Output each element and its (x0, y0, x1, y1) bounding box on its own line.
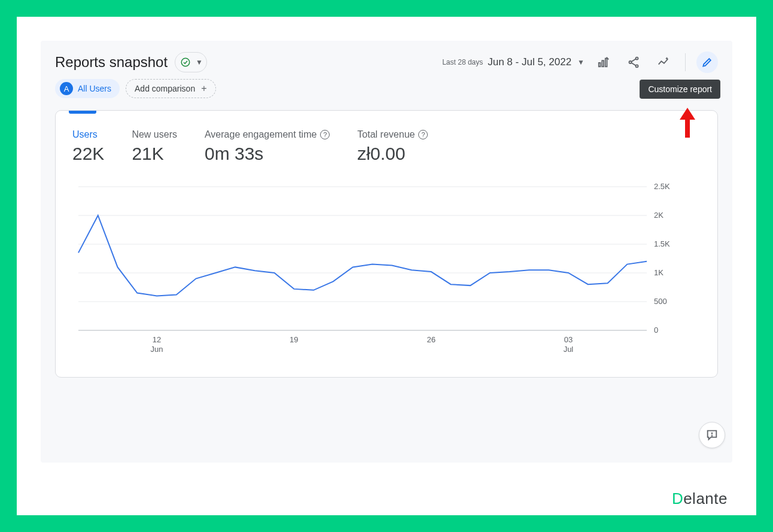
date-range-selector[interactable]: Last 28 days Jun 8 - Jul 5, 2022 ▼ (442, 56, 585, 68)
outer-frame: Reports snapshot ▼ Last 28 days Jun 8 - … (17, 17, 756, 515)
chevron-down-icon: ▼ (577, 58, 585, 66)
svg-text:Jul: Jul (564, 345, 574, 354)
metrics-row: Users22KNew users21KAverage engagement t… (56, 114, 717, 175)
svg-text:1.5K: 1.5K (654, 239, 670, 248)
svg-rect-2 (602, 60, 604, 66)
status-dropdown[interactable]: ▼ (175, 52, 207, 72)
filter-bar: A All Users Add comparison + (41, 79, 732, 110)
metric-label: Users (72, 129, 104, 140)
svg-point-0 (181, 58, 190, 66)
divider (685, 53, 686, 71)
metric-0[interactable]: Users22K (72, 129, 104, 164)
annotation-arrow (678, 108, 696, 140)
segment-chip-all-users[interactable]: A All Users (55, 79, 120, 98)
svg-rect-3 (605, 59, 607, 67)
customize-tooltip: Customize report (640, 80, 720, 99)
metric-value: 21K (132, 144, 177, 164)
svg-text:12: 12 (153, 335, 161, 344)
metric-label: Average engagement time ? (205, 129, 330, 140)
metric-value: 22K (72, 144, 104, 164)
svg-point-6 (635, 65, 638, 67)
svg-point-4 (635, 57, 638, 60)
check-circle-icon (180, 57, 191, 68)
overview-card: Users22KNew users21KAverage engagement t… (55, 110, 718, 378)
help-icon[interactable]: ? (320, 130, 330, 139)
svg-point-5 (629, 61, 631, 63)
svg-text:Jun: Jun (151, 345, 163, 354)
date-range-label: Jun 8 - Jul 5, 2022 (488, 56, 571, 68)
app-window: Reports snapshot ▼ Last 28 days Jun 8 - … (41, 41, 732, 463)
svg-text:2K: 2K (654, 211, 664, 220)
header-actions: Last 28 days Jun 8 - Jul 5, 2022 ▼ (442, 51, 718, 73)
bar-chart-edit-icon (597, 56, 610, 69)
metric-2[interactable]: Average engagement time ?0m 33s (205, 129, 330, 164)
svg-line-7 (631, 59, 635, 62)
svg-text:19: 19 (290, 335, 298, 344)
header-bar: Reports snapshot ▼ Last 28 days Jun 8 - … (41, 41, 732, 79)
metric-value: 0m 33s (205, 144, 330, 164)
share-button[interactable] (623, 51, 644, 73)
date-hint: Last 28 days (442, 58, 483, 66)
page-title: Reports snapshot (55, 54, 168, 71)
chevron-down-icon: ▼ (196, 58, 203, 66)
brand-logo: Delante (672, 490, 728, 508)
chart-container: 05001K1.5K2K2.5K12Jun192603Jul (56, 175, 717, 377)
svg-text:03: 03 (564, 335, 573, 344)
svg-text:26: 26 (427, 335, 435, 344)
help-icon[interactable]: ? (418, 130, 428, 139)
sparkle-line-icon (657, 56, 670, 69)
pencil-icon (701, 56, 713, 68)
line-chart: 05001K1.5K2K2.5K12Jun192603Jul (72, 181, 677, 360)
metric-1[interactable]: New users21K (132, 129, 177, 164)
metric-label: Total revenue ? (357, 129, 428, 140)
metric-3[interactable]: Total revenue ?zł0.00 (357, 129, 428, 164)
add-comparison-label: Add comparison (135, 84, 195, 93)
metric-value: zł0.00 (357, 144, 428, 164)
svg-rect-1 (599, 63, 601, 66)
segment-badge: A (60, 82, 73, 95)
feedback-button[interactable] (699, 422, 725, 448)
svg-line-8 (631, 63, 635, 66)
add-comparison-chip[interactable]: Add comparison + (126, 79, 216, 98)
svg-text:1K: 1K (654, 268, 664, 277)
svg-text:500: 500 (654, 297, 667, 306)
customize-report-button[interactable] (696, 51, 718, 73)
segment-label: All Users (78, 84, 111, 93)
insights-button[interactable] (653, 51, 674, 73)
customize-comparison-icon[interactable] (593, 51, 614, 73)
svg-text:2.5K: 2.5K (654, 182, 670, 191)
feedback-icon (705, 428, 719, 442)
share-icon (627, 56, 640, 69)
metric-label: New users (132, 129, 177, 140)
svg-text:0: 0 (654, 326, 658, 335)
svg-point-30 (712, 436, 713, 436)
svg-marker-9 (680, 108, 695, 138)
plus-icon: + (201, 83, 206, 94)
